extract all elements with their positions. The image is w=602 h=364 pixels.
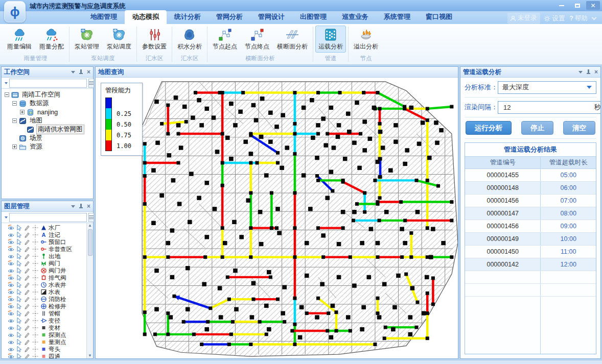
editable-pencil-icon[interactable]: [24, 310, 31, 317]
panel-collapse-icon[interactable]: [71, 71, 75, 74]
table-row[interactable]: 00000014910:00: [465, 233, 596, 246]
login-button[interactable]: 未登录: [507, 13, 541, 24]
table-row[interactable]: 00000145609:00: [465, 220, 596, 233]
visibility-eye-icon[interactable]: [8, 325, 14, 331]
snap-crosshair-icon[interactable]: [32, 303, 39, 309]
visibility-eye-icon[interactable]: [8, 318, 14, 324]
visibility-eye-icon[interactable]: [8, 339, 14, 345]
snap-crosshair-icon[interactable]: [32, 268, 39, 274]
editable-pencil-icon[interactable]: [24, 303, 31, 309]
chevron-down-icon[interactable]: [592, 15, 597, 20]
snap-crosshair-icon[interactable]: [32, 232, 39, 238]
selectable-cursor-icon[interactable]: [16, 296, 22, 302]
snap-crosshair-icon[interactable]: [32, 339, 39, 345]
selectable-cursor-icon[interactable]: [16, 332, 22, 338]
ribbon-button-pump-manage[interactable]: 泵站管理: [72, 26, 102, 53]
layer-row-18[interactable]: 弯头: [8, 346, 93, 353]
visibility-eye-icon[interactable]: [8, 346, 14, 352]
layer-row-17[interactable]: 量测点: [8, 338, 93, 346]
maximize-button[interactable]: [570, 1, 584, 10]
layer-row-13[interactable]: 管帽: [8, 310, 93, 317]
visibility-eye-icon[interactable]: [8, 310, 14, 317]
close-button[interactable]: ✕: [586, 1, 600, 10]
visibility-eye-icon[interactable]: [8, 332, 14, 338]
snap-crosshair-icon[interactable]: [32, 225, 39, 231]
snap-crosshair-icon[interactable]: [32, 253, 39, 259]
ribbon-button-node-end[interactable]: 节点终点: [242, 26, 272, 53]
editable-pencil-icon[interactable]: [24, 346, 31, 352]
snap-crosshair-icon[interactable]: [32, 246, 39, 252]
snap-crosshair-icon[interactable]: [32, 310, 39, 317]
snap-crosshair-icon[interactable]: [32, 325, 39, 331]
ribbon-button-param-sliders[interactable]: 参数设置: [139, 26, 170, 53]
visibility-eye-icon[interactable]: [8, 275, 14, 281]
selectable-cursor-icon[interactable]: [16, 232, 22, 238]
table-row[interactable]: 00000014212:00: [465, 258, 596, 271]
layers-filter-button[interactable]: [88, 213, 94, 222]
snap-crosshair-icon[interactable]: [32, 296, 39, 302]
selectable-cursor-icon[interactable]: [16, 346, 22, 352]
editable-pencil-icon[interactable]: [24, 296, 31, 302]
minimize-button[interactable]: [554, 1, 568, 10]
workspace-filter-button[interactable]: [88, 79, 94, 88]
tree-expander-minus-icon[interactable]: [12, 118, 17, 123]
visibility-eye-icon[interactable]: [8, 268, 14, 274]
visibility-eye-icon[interactable]: [8, 253, 14, 259]
visibility-eye-icon[interactable]: [8, 246, 14, 252]
editable-pencil-icon[interactable]: [24, 332, 31, 338]
search-options-caret[interactable]: [5, 82, 8, 84]
layers-search-input[interactable]: [11, 214, 85, 221]
editable-pencil-icon[interactable]: [24, 232, 31, 238]
selectable-cursor-icon[interactable]: [16, 353, 22, 358]
editable-pencil-icon[interactable]: [24, 289, 31, 295]
selectable-cursor-icon[interactable]: [16, 275, 22, 281]
scrollbar-thumb[interactable]: [88, 229, 92, 256]
snap-crosshair-icon[interactable]: [32, 282, 39, 288]
tree-expander-minus-icon[interactable]: [5, 92, 9, 97]
settings-button[interactable]: 设置: [543, 13, 566, 24]
layer-row-12[interactable]: 检修井: [8, 303, 93, 310]
snap-crosshair-icon[interactable]: [32, 318, 39, 324]
editable-pencil-icon[interactable]: [24, 339, 31, 345]
layer-row-15[interactable]: 变材: [8, 324, 93, 331]
menu-tab-6[interactable]: 出图管理: [292, 10, 334, 24]
snap-crosshair-icon[interactable]: [32, 332, 39, 338]
workspace-search-input[interactable]: [11, 80, 85, 87]
tree-expander-plus-icon[interactable]: [20, 110, 25, 114]
snap-crosshair-icon[interactable]: [32, 353, 39, 358]
tree-item-6[interactable]: 场景: [2, 134, 93, 142]
menu-tab-1[interactable]: 地图管理: [83, 10, 125, 24]
editable-pencil-icon[interactable]: [24, 239, 31, 245]
selectable-cursor-icon[interactable]: [16, 260, 22, 266]
layer-row-19[interactable]: 四通: [8, 353, 93, 358]
snap-crosshair-icon[interactable]: [32, 289, 39, 295]
tree-item-3[interactable]: nanjing: [2, 108, 93, 116]
editable-pencil-icon[interactable]: [24, 282, 31, 288]
selectable-cursor-icon[interactable]: [16, 225, 22, 231]
panel-close-icon[interactable]: ×: [594, 69, 598, 75]
selectable-cursor-icon[interactable]: [16, 325, 22, 331]
layer-row-8[interactable]: 排气阀: [8, 274, 93, 281]
selectable-cursor-icon[interactable]: [16, 303, 22, 309]
menu-tab-3[interactable]: 统计分析: [167, 10, 209, 24]
map-canvas[interactable]: 管段能力 0.250.500.751.00: [96, 78, 458, 358]
tree-expander-plus-icon[interactable]: [12, 144, 17, 149]
selectable-cursor-icon[interactable]: [16, 310, 22, 317]
visibility-eye-icon[interactable]: [8, 239, 14, 245]
menu-tab-2[interactable]: 动态模拟: [125, 10, 167, 24]
panel-pin-icon[interactable]: [586, 69, 591, 75]
ribbon-button-pump-dispatch[interactable]: 泵站调度: [104, 26, 134, 53]
editable-pencil-icon[interactable]: [24, 318, 31, 324]
selectable-cursor-icon[interactable]: [16, 253, 22, 259]
ribbon-button-water-analysis[interactable]: 积水分析: [174, 26, 205, 53]
table-row[interactable]: 00000145011:00: [465, 246, 596, 258]
help-button[interactable]: ? 帮助: [568, 13, 589, 24]
table-row[interactable]: 00000014708:00: [465, 207, 596, 220]
visibility-eye-icon[interactable]: [8, 260, 14, 266]
visibility-eye-icon[interactable]: [8, 225, 14, 231]
panel-close-icon[interactable]: ×: [87, 203, 90, 209]
editable-pencil-icon[interactable]: [24, 246, 31, 252]
panel-pin-icon[interactable]: [79, 204, 83, 209]
tree-item-5[interactable]: 南靖供水管网图: [2, 125, 93, 134]
ribbon-button-overflow-analysis[interactable]: 溢出分析: [351, 26, 381, 53]
